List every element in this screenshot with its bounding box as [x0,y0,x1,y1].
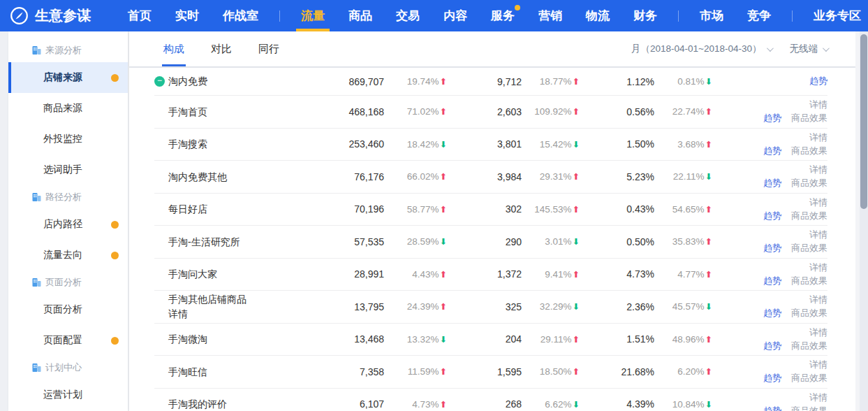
trend-link[interactable]: 趋势 [763,405,781,411]
product-effect-link[interactable]: 商品效果 [791,275,827,287]
nav-item[interactable]: 交易 [384,0,432,31]
product-effect-link[interactable]: 商品效果 [791,405,827,411]
visitors-value: 76,176 [307,171,384,182]
product-effect-link[interactable]: 商品效果 [791,340,827,352]
trend-link[interactable]: 趋势 [763,210,781,222]
sidebar-item[interactable]: 选词助手 [8,154,128,185]
trend-link[interactable]: 趋势 [763,373,781,384]
trend-link[interactable]: 趋势 [763,145,781,157]
detail-link[interactable]: 详情 [809,132,827,143]
trend-link[interactable]: 趋势 [763,308,781,319]
tab-compare[interactable]: 对比 [209,31,233,66]
trend-link[interactable]: 趋势 [763,340,781,352]
vertical-scrollbar[interactable] [860,31,868,411]
date-range-label: 月（2018-04-01~2018-04-30） [631,43,762,55]
visitors-change: 18.42%⬇ [384,139,447,150]
product-effect-link[interactable]: 商品效果 [791,308,827,319]
detail-link[interactable]: 详情 [809,197,827,208]
sidebar-item[interactable]: 页面分析 [8,294,128,325]
nav-item-label: 作战室 [223,8,258,24]
conversion-rate-value: 0.50% [580,236,654,247]
product-effect-link[interactable]: 商品效果 [791,145,827,157]
conversion-rate-change: 0.81%⬇ [654,76,712,87]
sidebar-item-label: 页面分析 [43,303,82,316]
product-effect-link[interactable]: 商品效果 [791,178,827,189]
device-selector[interactable]: 无线端 [790,43,828,55]
buyers-change: 18.50%⬆ [522,366,580,377]
sidebar-item[interactable]: 商品来源 [8,93,128,124]
nav-item[interactable]: 内容 [432,0,479,31]
scrollbar-thumb[interactable] [860,34,867,209]
visitors-change: 58.77%⬆ [384,204,447,215]
sidebar-section-label: 来源分析 [45,44,82,57]
visitors-change: 66.02%⬆ [384,171,447,182]
sidebar-item-label: 店铺来源 [43,71,82,84]
sidebar: 来源分析 店铺来源 商品来源 外投监控 选词助手 路径分析 [8,31,128,411]
nav-item[interactable]: 实时 [163,0,211,31]
table-row: 手淘-生活研究所 57,535 28.59%⬇ 290 3.01%⬇ 0.50%… [154,226,827,259]
conversion-rate-value: 4.39% [580,398,654,410]
date-range-selector[interactable]: 月（2018-04-01~2018-04-30） [631,43,772,55]
detail-link[interactable]: 详情 [809,99,827,110]
trend-arrow-icon: ⬆ [705,107,712,117]
nav-item[interactable]: 流量 [289,0,337,31]
detail-link[interactable]: 详情 [809,359,827,370]
detail-link[interactable]: 详情 [809,229,827,240]
nav-item[interactable]: 商品 [337,0,384,31]
sidebar-item[interactable]: 店内路径 [8,209,128,240]
trend-arrow-icon: ⬇ [573,140,580,150]
product-effect-link[interactable]: 商品效果 [791,373,827,384]
sidebar-item[interactable]: 页面配置 [8,325,128,356]
visitors-value: 28,991 [307,268,384,280]
sidebar-item[interactable]: 店铺来源 [8,62,128,93]
buyers-change: 32.29%⬇ [522,301,580,312]
conversion-rate-change: 6.20%⬆ [654,366,712,377]
collapse-toggle-icon[interactable]: − [154,76,165,87]
orange-dot-badge [111,337,119,345]
trend-link[interactable]: 趋势 [809,75,827,87]
app-brand[interactable]: 生意参谋 [10,6,91,25]
sidebar-item[interactable]: 外投监控 [8,124,128,154]
tab-composition[interactable]: 构成 [162,31,186,66]
nav-menu: 首页 实时 作战室 流量 商品 交易 内容 服务 营销 物流 财务 市场 竞争 … [116,0,868,31]
trend-link[interactable]: 趋势 [763,275,781,287]
source-name: 手淘我的评价 [168,397,227,411]
tab-peers[interactable]: 同行 [257,31,281,66]
nav-item[interactable]: 作战室 [211,0,270,31]
detail-link[interactable]: 详情 [809,392,827,403]
nav-item[interactable]: 竞争 [735,0,783,31]
nav-item-label: 服务 [491,8,515,24]
nav-item-label: 首页 [128,8,152,24]
product-effect-link[interactable]: 商品效果 [791,113,827,124]
nav-item[interactable]: 市场 [688,0,735,31]
detail-link[interactable]: 详情 [809,294,827,305]
detail-link[interactable]: 详情 [809,327,827,338]
product-effect-link[interactable]: 商品效果 [791,210,827,222]
nav-item[interactable]: 服务 [479,0,527,31]
buyers-value: 325 [447,301,522,312]
sidebar-item[interactable]: 运营计划 [8,380,128,410]
nav-item[interactable]: 物流 [574,0,621,31]
chevron-down-icon [823,45,830,52]
main-area: 构成 对比 同行 月（2018-04-01~2018-04-30） 无线端 − … [129,31,855,411]
product-effect-link[interactable]: 商品效果 [791,243,827,254]
trend-arrow-icon: ⬆ [440,172,447,182]
top-controls: 月（2018-04-01~2018-04-30） 无线端 [631,43,827,55]
detail-link[interactable]: 详情 [809,164,827,175]
source-name: 每日好店 [168,202,207,216]
trend-link[interactable]: 趋势 [763,113,781,124]
nav-item[interactable]: 业务专区 [802,0,868,31]
visitors-change: 4.73%⬆ [384,399,447,410]
trend-link[interactable]: 趋势 [763,178,781,189]
trend-link[interactable]: 趋势 [763,243,781,254]
sidebar-item[interactable]: 流量去向 [8,240,128,271]
detail-link[interactable]: 详情 [809,262,827,273]
nav-item[interactable]: 财务 [621,0,669,31]
trend-arrow-icon: ⬆ [573,172,580,182]
nav-item[interactable]: 营销 [527,0,574,31]
nav-item[interactable]: 首页 [116,0,163,31]
trend-arrow-icon: ⬆ [573,107,580,117]
notification-dot [515,5,520,10]
nav-item-label: 商品 [348,8,372,24]
sidebar-section-label: 计划中心 [45,361,82,374]
